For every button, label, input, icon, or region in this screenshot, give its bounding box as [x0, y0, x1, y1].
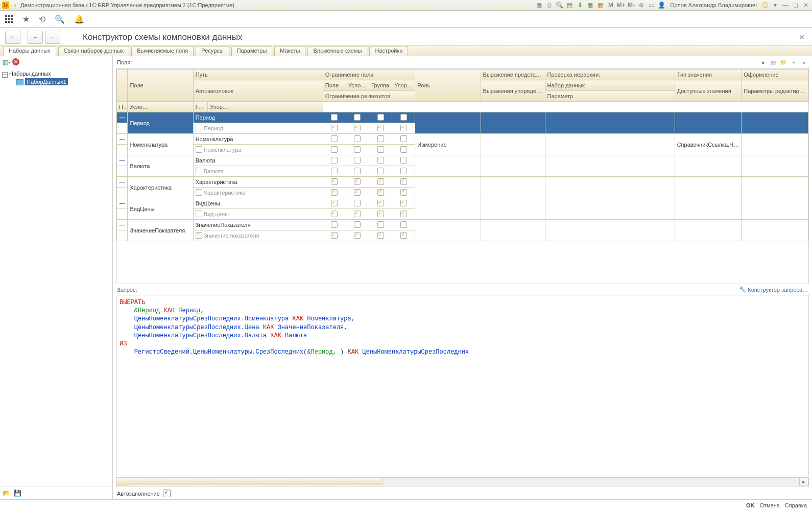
table-row[interactable]: —ВалютаВалюта: [117, 155, 808, 166]
home-button[interactable]: ⌂: [5, 31, 20, 44]
grid-icon[interactable]: ▦: [535, 1, 543, 9]
query-editor[interactable]: ВЫБРАТЬ &Период КАК Период, ЦеныНоменкла…: [116, 295, 809, 476]
calendar-icon[interactable]: ▦: [596, 1, 605, 9]
footer: OK Отмена Справка: [0, 499, 812, 511]
col-path[interactable]: Путь: [193, 69, 323, 80]
close-window-icon[interactable]: ✕: [802, 1, 810, 9]
info-dd-icon[interactable]: ▾: [771, 1, 779, 9]
search-tb-icon[interactable]: 🔍: [556, 1, 564, 9]
autofill-checkbox[interactable]: [163, 490, 171, 497]
back-button[interactable]: ←: [28, 31, 43, 44]
forward-button[interactable]: →: [45, 31, 60, 44]
folder-add-icon[interactable]: 📁: [779, 58, 787, 66]
check-green-icon[interactable]: ●: [759, 58, 767, 66]
minimize-icon[interactable]: —: [781, 1, 790, 9]
col-check-hier[interactable]: Проверка иерархии:: [545, 69, 675, 80]
star-icon[interactable]: ★: [22, 14, 30, 24]
left-pane: ▥▾ ✕ −Наборы данных НаборДанных1 📂 💾: [0, 56, 113, 499]
right-pane: Поля: ● ▤ 📁 ＋ ● Поле Путь: [113, 56, 812, 499]
autofill-label: Автозаполнение: [117, 491, 160, 497]
col-valtype[interactable]: Тип значения: [675, 69, 742, 80]
user-name: Орлов Александр Владимирович: [668, 2, 759, 8]
fields-header: Поля: ● ▤ 📁 ＋ ●: [113, 56, 812, 68]
query-header: Запрос: 🔧Конструктор запроса…: [113, 284, 812, 295]
scroll-right-icon[interactable]: ►: [799, 478, 808, 486]
window-title: Демонстрационная база / 1С:ERP Управлени…: [20, 2, 234, 8]
query-label: Запрос:: [117, 287, 137, 293]
ok-button[interactable]: OK: [746, 502, 755, 508]
query-constructor-button[interactable]: 🔧Конструктор запроса…: [739, 286, 808, 293]
dropdown-icon[interactable]: ▾: [11, 2, 18, 9]
tab-settings[interactable]: Настройки: [369, 46, 408, 56]
delete-dataset-icon[interactable]: ✕: [12, 58, 19, 65]
add-green-icon[interactable]: ＋: [790, 58, 798, 66]
delete-grey-icon[interactable]: ●: [800, 58, 808, 66]
save-icon[interactable]: 💾: [13, 489, 21, 497]
table-row[interactable]: —ХарактеристикаХарактеристика: [117, 177, 808, 188]
col-expr-repr[interactable]: Выражение представ…: [481, 69, 545, 80]
page-title: Конструктор схемы компоновки данных: [83, 32, 242, 42]
horizontal-scrollbar[interactable]: ◄ ►: [116, 477, 809, 486]
col-editparam[interactable]: Параметры редактирования: [742, 80, 808, 102]
col-restr-field[interactable]: Ограничение поля: [323, 69, 415, 80]
tabs: Наборы данных Связи наборов данных Вычис…: [0, 45, 812, 56]
tree-root[interactable]: −Наборы данных: [2, 71, 110, 78]
table-row[interactable]: —ЗначениеПоказателяЗначениеПоказателя: [117, 220, 808, 230]
main-toolbar: ★ ⟲ 🔍 🔔: [0, 11, 812, 28]
info-icon[interactable]: ⓘ: [761, 1, 769, 9]
calc-icon[interactable]: ▦: [586, 1, 594, 9]
tab-layouts[interactable]: Макеты: [274, 46, 305, 56]
help-button[interactable]: Справка: [785, 502, 807, 508]
col-design[interactable]: Оформление: [742, 69, 808, 80]
search-icon[interactable]: 🔍: [55, 14, 65, 24]
titlebar: 1c ▾ Демонстрационная база / 1С:ERP Упра…: [0, 0, 812, 11]
m-icon[interactable]: M: [607, 1, 615, 9]
col-expr-order[interactable]: Выражения упорядочивания: [481, 80, 545, 102]
main-area: ▥▾ ✕ −Наборы данных НаборДанных1 📂 💾 Пол…: [0, 56, 812, 499]
scroll-thumb[interactable]: [116, 478, 383, 485]
save-tb-icon[interactable]: ⬇: [576, 1, 584, 9]
bell-icon[interactable]: 🔔: [74, 14, 84, 24]
tab-calc[interactable]: Вычисляемые поля: [131, 46, 194, 56]
col-ds[interactable]: Набор данных: [545, 80, 675, 91]
cancel-button[interactable]: Отмена: [759, 502, 779, 508]
fields-label: Поля:: [117, 59, 132, 65]
col-role[interactable]: Роль: [415, 69, 481, 102]
table-row[interactable]: —ПериодПериод: [117, 112, 808, 123]
history-icon[interactable]: ⟲: [39, 14, 45, 24]
col-restr-attr[interactable]: Ограничение реквизитов: [323, 91, 415, 102]
col-field[interactable]: Поле: [128, 69, 193, 102]
tab-datasets[interactable]: Наборы данных: [3, 46, 56, 56]
fields-grid[interactable]: Поле Путь Ограничение поля Роль Выражени…: [116, 68, 809, 284]
autofill-row: Автозаполнение: [113, 487, 812, 499]
print-icon[interactable]: ⎙: [545, 1, 554, 9]
table-row[interactable]: —ВидЦеныВидЦены: [117, 198, 808, 209]
dataset-tree[interactable]: −Наборы данных НаборДанных1: [0, 68, 112, 486]
table-row[interactable]: —НоменклатураНоменклатураИзмерениеСправо…: [117, 134, 808, 145]
tab-nested[interactable]: Вложенные схемы: [307, 46, 367, 56]
tab-links[interactable]: Связи наборов данных: [58, 46, 130, 56]
book-icon[interactable]: ▭: [648, 1, 656, 9]
left-toolbar: ▥▾ ✕: [0, 56, 112, 68]
col-avail[interactable]: Доступные значения: [675, 80, 742, 102]
maximize-icon[interactable]: ◻: [792, 1, 800, 9]
app-1c-icon: 1c: [2, 2, 9, 9]
tab-params[interactable]: Параметры: [231, 46, 273, 56]
m-plus-icon[interactable]: M+: [617, 1, 625, 9]
folder-open-icon[interactable]: 📂: [2, 489, 10, 497]
apps-icon[interactable]: [5, 15, 13, 23]
user-icon: 👤: [658, 1, 666, 9]
col-param[interactable]: Параметр: [545, 91, 675, 102]
doc-icon[interactable]: ▤: [566, 1, 574, 9]
doc-grey-icon[interactable]: ▤: [769, 58, 777, 66]
col-autoheader[interactable]: Автозаголовок: [193, 80, 323, 102]
page-header: ⌂ ← → Конструктор схемы компоновки данны…: [0, 28, 812, 45]
m-minus-icon[interactable]: M-: [627, 1, 635, 9]
tab-resources[interactable]: Ресурсы: [196, 46, 229, 56]
add-dataset-icon[interactable]: ▥▾: [2, 58, 10, 66]
titlebar-right: ▦ ⎙ 🔍 ▤ ⬇ ▦ ▦ M M+ M- ⊕ ▭ 👤 Орлов Алекса…: [535, 1, 810, 9]
tree-dataset[interactable]: НаборДанных1: [16, 79, 110, 85]
left-bottom-toolbar: 📂 💾: [0, 486, 112, 499]
close-icon[interactable]: ✕: [797, 31, 807, 43]
zoom-icon[interactable]: ⊕: [637, 1, 646, 9]
